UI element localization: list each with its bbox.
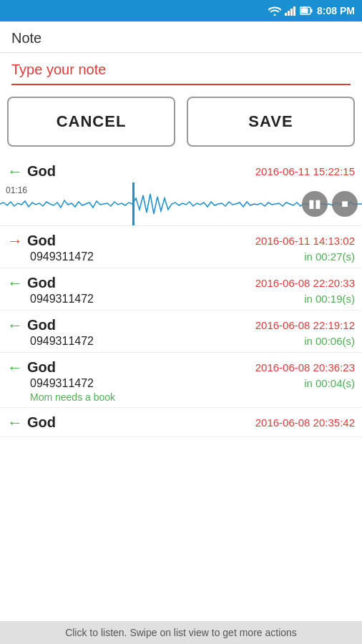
list-item[interactable]: ← God 2016-06-08 20:36:23 0949311472 in …: [0, 353, 362, 408]
caller-left: ← God: [7, 316, 56, 335]
call-phone: 0949311472: [30, 377, 94, 390]
note-placeholder[interactable]: Type your note: [11, 62, 351, 78]
cancel-button[interactable]: CANCEL: [7, 97, 175, 147]
call-note: Mom needs a book: [7, 390, 355, 403]
call-name: God: [27, 414, 56, 431]
list-item[interactable]: ← God 2016-06-08 22:19:12 0949311472 in …: [0, 311, 362, 353]
call-name: God: [27, 275, 56, 291]
battery-icon: [300, 6, 313, 15]
incoming-arrow-icon: ←: [7, 414, 23, 432]
svg-rect-3: [293, 6, 295, 16]
call-phone: 0949311472: [30, 293, 94, 306]
call-item-row2: 0949311472 in 00:19(s): [7, 293, 355, 306]
svg-rect-6: [301, 9, 308, 14]
call-name: God: [27, 233, 56, 249]
caller-left: ← God: [7, 358, 56, 377]
incoming-arrow-icon: ←: [7, 358, 23, 377]
call-name: God: [27, 317, 56, 333]
bottom-bar: Click to listen. Swipe on list view to g…: [0, 621, 362, 644]
outgoing-arrow-icon: →: [7, 232, 23, 250]
call-duration: in 00:04(s): [304, 377, 355, 389]
caller-left: ← God: [7, 274, 56, 293]
call-item-row2: 0949311472 in 00:04(s): [7, 377, 355, 390]
incoming-arrow-icon: ←: [7, 274, 23, 293]
stop-button[interactable]: ■: [332, 191, 358, 217]
call-date: 2016-06-08 20:35:42: [255, 416, 355, 429]
waveform-caller-name: God: [27, 163, 56, 180]
call-phone: 0949311472: [30, 335, 94, 348]
wifi-icon: [268, 6, 281, 16]
page-title: Note: [11, 30, 41, 46]
caller-left: → God: [7, 232, 56, 250]
svg-rect-2: [290, 9, 293, 16]
call-list: → God 2016-06-11 14:13:02 0949311472 in …: [0, 226, 362, 484]
pause-button[interactable]: ▮▮: [302, 191, 328, 217]
save-button[interactable]: SAVE: [187, 97, 355, 147]
call-duration: in 00:27(s): [304, 250, 355, 263]
svg-rect-7: [303, 6, 305, 9]
call-date: 2016-06-08 20:36:23: [255, 361, 355, 374]
call-item-row2: 0949311472 in 00:06(s): [7, 335, 355, 348]
svg-rect-0: [285, 13, 287, 16]
list-item[interactable]: → God 2016-06-11 14:13:02 0949311472 in …: [0, 226, 362, 268]
call-duration: in 00:06(s): [304, 335, 355, 347]
header: Note: [0, 21, 362, 53]
svg-rect-5: [311, 9, 313, 13]
signal-icon: [285, 6, 296, 16]
waveform-section[interactable]: ← God 2016-06-11 15:22:15 01:16 ▮▮ ■: [0, 158, 362, 226]
call-item-row1: → God 2016-06-11 14:13:02: [7, 232, 355, 250]
call-item-row1: ← God 2016-06-08 22:19:12: [7, 316, 355, 335]
waveform-controls: ▮▮ ■: [302, 191, 358, 217]
bottom-bar-text: Click to listen. Swipe on list view to g…: [65, 627, 297, 638]
button-row: CANCEL SAVE: [0, 85, 362, 158]
status-bar: 8:08 PM: [0, 0, 362, 21]
call-item-row2: 0949311472 in 00:27(s): [7, 250, 355, 263]
waveform-caller: ← God: [7, 162, 56, 181]
waveform-cursor: [132, 182, 134, 225]
call-item-row1: ← God 2016-06-08 22:20:33: [7, 274, 355, 293]
call-date: 2016-06-08 22:19:12: [255, 319, 355, 331]
caller-left: ← God: [7, 414, 56, 432]
call-duration: in 00:19(s): [304, 293, 355, 305]
list-item[interactable]: ← God 2016-06-08 20:35:42: [0, 408, 362, 437]
pause-icon: ▮▮: [308, 197, 321, 210]
call-date: 2016-06-08 22:20:33: [255, 277, 355, 289]
waveform-header: ← God 2016-06-11 15:22:15: [0, 160, 362, 182]
incoming-arrow-icon: ←: [7, 316, 23, 335]
incoming-arrow-icon: ←: [7, 162, 23, 181]
call-phone: 0949311472: [30, 250, 94, 263]
list-item[interactable]: ← God 2016-06-08 22:20:33 0949311472 in …: [0, 268, 362, 311]
waveform-canvas[interactable]: 01:16 ▮▮ ■: [0, 182, 362, 225]
status-icons: [268, 6, 313, 16]
status-time: 8:08 PM: [317, 5, 355, 16]
call-item-row1: ← God 2016-06-08 20:36:23: [7, 358, 355, 377]
call-name: God: [27, 359, 56, 376]
svg-rect-1: [288, 11, 290, 16]
call-date: 2016-06-11 14:13:02: [255, 235, 355, 247]
waveform-call-date: 2016-06-11 15:22:15: [255, 165, 355, 177]
stop-icon: ■: [341, 197, 348, 210]
call-item-row1: ← God 2016-06-08 20:35:42: [7, 414, 355, 432]
note-area[interactable]: Type your note: [0, 53, 362, 85]
